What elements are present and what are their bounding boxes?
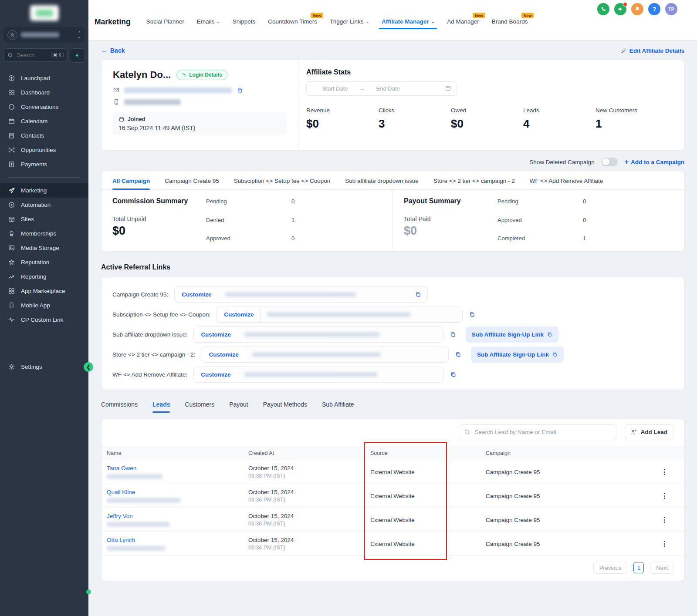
tab-countdown-timers[interactable]: Countdown TimersNew: [268, 18, 317, 29]
row-menu-kebab-icon[interactable]: [662, 467, 667, 477]
tab-payout[interactable]: Payout: [229, 401, 248, 413]
sidebar-item-opportunities[interactable]: Opportunities: [0, 143, 88, 157]
sidebar-item-reporting[interactable]: Reporting: [0, 269, 88, 284]
tab-brand-boards[interactable]: Brand BoardsNew: [492, 18, 528, 29]
referral-link-field[interactable]: [246, 347, 448, 362]
previous-page-button[interactable]: Previous: [593, 562, 628, 574]
sidebar-item-conversations[interactable]: Conversations: [0, 100, 88, 114]
sidebar-item-label: CP Custom Link: [21, 316, 63, 323]
customize-button[interactable]: Customize: [202, 347, 246, 362]
date-range-picker[interactable]: Start Date → End Date: [306, 81, 457, 96]
customize-button[interactable]: Customize: [217, 307, 261, 322]
tab-social-planner[interactable]: Social Planner: [146, 18, 184, 29]
customize-button[interactable]: Customize: [194, 367, 238, 382]
login-details-button[interactable]: Login Details: [176, 70, 227, 80]
sidebar-item-contacts[interactable]: Contacts: [0, 128, 88, 143]
sidebar-item-mobile-app[interactable]: Mobile App: [0, 298, 88, 313]
copy-link-icon[interactable]: [415, 291, 421, 298]
sidebar-item-sites[interactable]: Sites: [0, 212, 88, 226]
tab-snippets[interactable]: Snippets: [233, 18, 256, 29]
affiliate-summary-card: Katelyn Do... Login Details: [101, 59, 684, 151]
tab-trigger-links[interactable]: Trigger Links⌄: [330, 18, 369, 29]
row-menu-kebab-icon[interactable]: [662, 515, 667, 525]
approved-value: 0: [583, 217, 586, 223]
add-lead-button[interactable]: Add Lead: [624, 424, 674, 439]
sidebar-item-settings[interactable]: Settings: [0, 360, 88, 374]
tab-emails[interactable]: Emails⌄: [197, 18, 220, 29]
sidebar-item-payments[interactable]: Payments: [0, 157, 88, 172]
sidebar-item-cp-custom-link[interactable]: CP Custom Link: [0, 313, 88, 327]
sidebar-item-label: Memberships: [21, 230, 56, 237]
sidebar-item-reputation[interactable]: Reputation: [0, 255, 88, 269]
lead-search[interactable]: [459, 424, 616, 439]
tab-customers[interactable]: Customers: [185, 401, 214, 413]
campaign-tab-all[interactable]: All Campaign: [112, 171, 150, 189]
sidebar-item-marketing[interactable]: Marketing: [0, 183, 88, 198]
bell-icon[interactable]: [631, 3, 643, 15]
copy-link-icon[interactable]: [450, 331, 456, 338]
row-menu-kebab-icon[interactable]: [662, 491, 667, 501]
help-icon[interactable]: ?: [648, 3, 660, 15]
copy-link-icon[interactable]: [450, 371, 457, 378]
campaign-tab-create-95[interactable]: Campaign Create 95: [165, 171, 219, 189]
sub-affiliate-signup-link-button[interactable]: Sub Affiliate Sign-Up Link: [466, 327, 558, 343]
sidebar-item-app-marketplace[interactable]: App Marketplace: [0, 284, 88, 298]
row-menu-kebab-icon[interactable]: [662, 539, 667, 549]
tab-payout-methods[interactable]: Payout Methods: [263, 401, 307, 413]
sidebar-item-media-storage[interactable]: Media Storage: [0, 241, 88, 255]
sidebar-item-memberships[interactable]: Memberships: [0, 226, 88, 241]
referral-link-field[interactable]: [261, 307, 462, 322]
campaign-tab-subscription-setup-coupon[interactable]: Subsciption <> Setup fee <> Coupon: [234, 171, 330, 189]
total-unpaid-label: Total Unpaid: [112, 215, 206, 222]
next-page-button[interactable]: Next: [650, 562, 674, 574]
phone-icon[interactable]: [597, 3, 609, 15]
sidebar-item-calendars[interactable]: Calendars: [0, 114, 88, 128]
tab-leads[interactable]: Leads: [152, 401, 170, 413]
sidebar-item-automation[interactable]: Automation: [0, 198, 88, 212]
sub-affiliate-signup-link-button[interactable]: Sub Affiliate Sign-Up Link: [471, 347, 564, 363]
campaign-tab-store-2tier[interactable]: Store <> 2 tier <> campaign - 2: [433, 171, 515, 189]
lead-source: External Website: [370, 541, 486, 547]
lead-campaign: Campaign Create 95: [486, 517, 645, 523]
lead-name-link[interactable]: Quail Kline: [107, 489, 248, 495]
copy-email-icon[interactable]: [237, 87, 243, 94]
sidebar-collapse-button[interactable]: ❮: [84, 362, 93, 372]
lead-name-link[interactable]: Otto Lynch: [107, 537, 248, 543]
sidebar-item-label: Launchpad: [21, 75, 50, 81]
lead-source: External Website: [370, 469, 486, 475]
referral-link-field[interactable]: [238, 367, 443, 382]
referral-link-field[interactable]: [238, 327, 443, 342]
lead-name-link[interactable]: Jeffry Von: [107, 513, 248, 519]
account-switcher[interactable]: ⌃⌃: [3, 27, 85, 43]
back-button[interactable]: ←Back: [101, 47, 125, 54]
sidebar-search[interactable]: ⌘ K: [3, 48, 68, 62]
page-number-button[interactable]: 1: [633, 562, 644, 573]
tab-ad-manager[interactable]: Ad ManagerNew: [447, 18, 479, 29]
account-avatar-icon: [7, 30, 17, 40]
tab-sub-affiliate[interactable]: Sub Affiliate: [322, 401, 354, 413]
copy-link-icon[interactable]: [469, 311, 475, 318]
campaign-tab-wf-add-remove[interactable]: WF <> Add Remove Affiliate: [530, 171, 603, 189]
user-avatar[interactable]: TP: [665, 3, 677, 15]
campaign-tab-sub-affiliate-dropdown[interactable]: Sub affiliate dropdown issue: [345, 171, 419, 189]
customize-button[interactable]: Customize: [194, 327, 238, 342]
sidebar-item-launchpad[interactable]: Launchpad: [0, 71, 88, 85]
lead-name-link[interactable]: Tana Owen: [107, 465, 248, 471]
address-book-icon: [8, 132, 15, 139]
sidebar-item-dashboard[interactable]: Dashboard: [0, 85, 88, 100]
show-deleted-campaign-label: Show Deleted Campaign: [529, 159, 594, 165]
copy-link-icon[interactable]: [455, 351, 461, 358]
referral-label: Subsciption <> Setup fee <> Coupon:: [112, 311, 210, 318]
edit-affiliate-details-button[interactable]: Edit Affiliate Details: [621, 47, 684, 54]
calendar-icon: [8, 118, 15, 125]
tab-commissions[interactable]: Commissions: [101, 401, 138, 413]
lead-search-input[interactable]: [474, 428, 611, 436]
referral-link-field[interactable]: [219, 287, 427, 302]
announcements-icon[interactable]: [614, 3, 626, 15]
add-to-campaign-button[interactable]: +Add to a Campaign: [625, 158, 684, 166]
sidebar-search-input[interactable]: [16, 51, 43, 59]
show-deleted-campaign-toggle[interactable]: [602, 158, 618, 166]
quick-actions-button[interactable]: [70, 48, 85, 63]
tab-affiliate-manager[interactable]: Affiliate Manager⌄: [382, 18, 434, 29]
customize-button[interactable]: Customize: [175, 287, 219, 302]
